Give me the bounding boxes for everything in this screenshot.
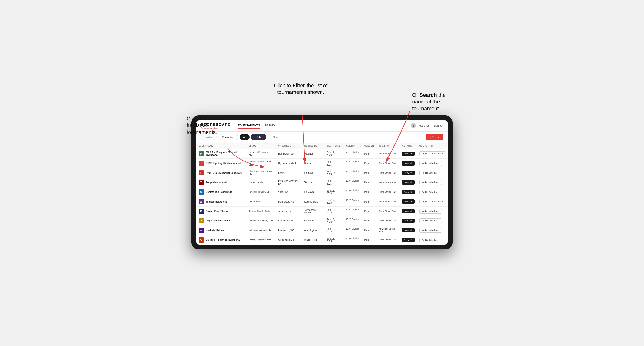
- eye-icon: 👁: [410, 172, 412, 174]
- col-city: CITY, STATE: [276, 143, 302, 149]
- col-division: DIVISION: [343, 143, 362, 149]
- view-button[interactable]: View 👁: [402, 152, 414, 156]
- hosted-by-cell: Illinois: [302, 159, 324, 168]
- city-text: Chesterton, IN: [278, 219, 293, 222]
- division-cell: NCAA Division I: [343, 216, 362, 225]
- add-to-schedule-button[interactable]: Add to Schedule +: [419, 171, 442, 175]
- city-text: Huntington, WV: [278, 153, 295, 155]
- venue-cell: Guyan Golf & Country Club: [246, 149, 276, 159]
- venue-cell: The 1912 Club: [246, 178, 276, 187]
- hosted-by-cell: Le Moyne: [302, 187, 324, 197]
- competing-cell: Add to Schedule +: [417, 235, 448, 245]
- division-cell: NCAA Division I: [343, 197, 362, 206]
- event-name: Upstate Dual Challenge: [206, 191, 232, 193]
- event-name-cell: V Valpo Fall Invitational: [196, 216, 246, 225]
- competing-cell: Add to Schedule +: [417, 168, 448, 178]
- table-row: G Grover Page Classic Jackson Country Cl…: [196, 206, 448, 216]
- event-name: Ryan T. Lee Memorial Collegiate: [206, 172, 242, 174]
- scoring-cell: Team, Stroke Play: [376, 206, 400, 216]
- eye-icon: 👁: [410, 229, 412, 231]
- filter-icon: ≡: [254, 136, 256, 139]
- table-row: T Temple Invitational The 1912 ClubPlymo…: [196, 178, 448, 187]
- view-button[interactable]: View 👁: [402, 161, 414, 166]
- competing-cell: Add to My Schedule +: [417, 149, 448, 159]
- team-logo: W: [198, 199, 204, 204]
- event-name-cell: U Upstate Dual Challenge: [196, 187, 246, 197]
- view-button[interactable]: View 👁: [402, 238, 414, 242]
- add-to-schedule-button[interactable]: Add to Schedule +: [419, 218, 442, 223]
- hosted-by-cell: Marshall: [302, 149, 324, 159]
- eye-icon: 👁: [410, 181, 412, 183]
- nav-tournaments[interactable]: TOURNAMENTS: [238, 123, 260, 129]
- add-to-schedule-button[interactable]: Add to Schedule +: [419, 190, 442, 194]
- header-right: 👤 Test User | Sign out: [411, 123, 443, 128]
- table-row: I OFCC Fighting Illini Invitational Olym…: [196, 159, 448, 168]
- scoring-cell: Team, Stroke Play: [376, 235, 400, 245]
- add-to-schedule-button[interactable]: Add to Schedule +: [419, 180, 442, 185]
- event-name: Chicago Highlands Invitational: [206, 239, 240, 241]
- city-text: Bremerton, WA: [278, 229, 294, 232]
- event-name-content: T Temple Invitational: [198, 180, 244, 185]
- gender-cell: Men: [362, 235, 376, 245]
- nav-teams[interactable]: TEAMS: [265, 123, 275, 129]
- view-button[interactable]: View 👁: [402, 171, 414, 175]
- city-cell: Westchester, IL: [276, 235, 302, 245]
- venue-text: Guyan Golf & Country Club: [248, 151, 270, 157]
- start-date-cell: Sep 18, 2023: [324, 206, 343, 216]
- actions-cell: View 👁: [400, 206, 417, 216]
- event-name-cell: T Temple Invitational: [196, 178, 246, 187]
- city-text: Westchester, IL: [278, 239, 294, 241]
- division-cell: NCAA Division I: [343, 187, 362, 197]
- hosted-by-text: Marshall: [304, 153, 313, 155]
- gender-text: Men: [364, 191, 368, 193]
- add-to-schedule-button[interactable]: Add to Schedule +: [419, 161, 442, 166]
- add-to-schedule-button[interactable]: Add to Schedule +: [419, 209, 442, 214]
- scoring-cell: Individual, Stroke Play: [376, 225, 400, 235]
- gender-text: Men: [364, 181, 368, 184]
- venue-text: Gold Mountain Golf Club: [248, 229, 272, 231]
- gender-text: Men: [364, 153, 368, 155]
- view-button[interactable]: View 👁: [402, 190, 414, 194]
- sign-out-link[interactable]: Sign out: [434, 124, 443, 127]
- event-name-cell: I OFCC Fighting Illini Invitational: [196, 159, 246, 168]
- division-text: NCAA Division I: [345, 189, 359, 195]
- view-button[interactable]: View 👁: [402, 199, 414, 204]
- hosted-by-text: Valparaiso: [304, 219, 315, 222]
- create-button[interactable]: + Create: [426, 134, 443, 140]
- actions-cell: View 👁: [400, 178, 417, 187]
- team-logo: M: [198, 151, 204, 156]
- hosted-by-cell: Kansas State: [302, 197, 324, 206]
- actions-cell: View 👁: [400, 216, 417, 225]
- actions-cell: View 👁: [400, 159, 417, 168]
- col-scoring: SCORING: [376, 143, 400, 149]
- add-to-schedule-button[interactable]: Add to My Schedule +: [419, 151, 446, 156]
- add-to-schedule-button[interactable]: Add to My Schedule +: [419, 199, 446, 204]
- view-button[interactable]: View 👁: [402, 180, 414, 184]
- city-cell: Jackson, TN: [276, 206, 302, 216]
- start-date-text: Sep 11, 2023: [326, 151, 334, 156]
- filter-button[interactable]: ≡ Filter: [251, 135, 266, 140]
- actions-cell: View 👁: [400, 197, 417, 206]
- scoring-cell: Team, Stroke Play: [376, 149, 400, 159]
- view-button[interactable]: View 👁: [402, 219, 414, 223]
- hosted-by-text: Wake Forest: [304, 239, 318, 241]
- all-filter-button[interactable]: All: [240, 134, 250, 140]
- add-to-schedule-button[interactable]: Add to Schedule +: [419, 238, 442, 242]
- division-text: NCAA Division I: [345, 228, 359, 233]
- scoring-cell: Team, Stroke Play: [376, 178, 400, 187]
- view-button[interactable]: View 👁: [402, 209, 414, 213]
- start-date-cell: Sep 16, 2023: [324, 187, 343, 197]
- venue-text: Chicago Highlands Club: [248, 239, 272, 241]
- table-row: C Chicago Highlands Invitational Chicago…: [196, 235, 448, 245]
- hosted-by-cell: Temple: [302, 178, 324, 187]
- hosted-by-text: Illinois: [304, 162, 311, 165]
- hosted-by-cell: Valparaiso: [302, 216, 324, 225]
- hosted-by-text: Tennessee-Martin: [304, 209, 316, 214]
- search-input[interactable]: [270, 134, 422, 140]
- city-cell: Olympia Fields, IL: [276, 159, 302, 168]
- event-name-content: V Valpo Fall Invitational: [198, 218, 244, 223]
- gender-cell: Men: [362, 197, 376, 206]
- view-button[interactable]: View 👁: [402, 228, 414, 232]
- start-date-cell: Sep 16, 2023: [324, 168, 343, 178]
- add-to-schedule-button[interactable]: Add to Schedule +: [419, 228, 442, 233]
